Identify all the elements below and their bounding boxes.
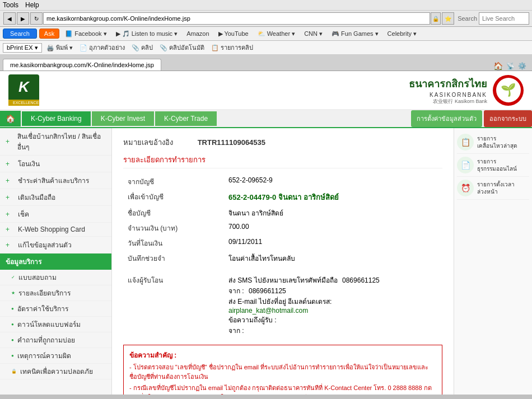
nav-kcyber-trade[interactable]: K-Cyber Trade (155, 111, 217, 126)
field-label-date: วันที่โอนเงิน (123, 236, 224, 251)
sidebar-item-service-detail[interactable]: ★ รายละเอียดบริการ (0, 285, 111, 301)
bookmark-button[interactable]: ⭐ (442, 12, 454, 25)
dot-icon-download: ● (11, 322, 14, 327)
sidebar-item-download[interactable]: ● ดาวน์โหลดแบบฟอร์ม (0, 317, 111, 332)
browser-search-input[interactable] (479, 12, 529, 25)
plus-icon-topup: + (6, 194, 15, 201)
ref-value: TRTR111109064535 (198, 138, 265, 147)
right-item-online-txn[interactable]: 📄 รายการ ธุรกรรมออนไลน์ (457, 154, 529, 177)
plus-icon-check: + (6, 210, 15, 218)
tools-menu[interactable]: Tools (3, 1, 18, 9)
nav-kcyber-invest[interactable]: K-Cyber Invest (92, 111, 154, 126)
bank-name-sub: 农业银行 Kasikorn Bank (409, 98, 487, 105)
weather-link[interactable]: ⛅ Weather ▾ (254, 29, 299, 39)
field-value-amount: 700.00 (224, 220, 442, 236)
facebook-link[interactable]: 📘 Facebook ▾ (62, 29, 110, 39)
sms-number: 0869661125 (342, 276, 380, 284)
bookmark-cliplist[interactable]: 📋 รายการคลิป (209, 42, 255, 53)
from-value: 0869661125 (249, 287, 286, 295)
go-button[interactable]: 🔒 (431, 12, 441, 25)
sms-label: ส่ง SMS ไปยังหมายเลขโทรศัพท์มือถือ (228, 276, 338, 284)
scheduled-icon: ⏰ (457, 180, 474, 196)
home-tab-icon[interactable]: 🏠 (493, 62, 503, 71)
transaction-section-title: รายละเอียดการทำรายการ (123, 154, 442, 168)
help-menu[interactable]: Help (25, 1, 39, 9)
celebrity-link[interactable]: Celebrity ▾ (384, 29, 420, 39)
amazon-link[interactable]: Amazon (183, 29, 212, 38)
address-input[interactable] (43, 12, 430, 25)
nav-kcyber-banking[interactable]: K-Cyber Banking (22, 111, 91, 126)
field-value-to: 652-2-04479-0 จินดนา อาริกษ์สิดย์ (224, 189, 442, 205)
search-button[interactable]: Search (3, 29, 37, 39)
bank-name-en: KASIKORNBANK (409, 92, 487, 98)
right-item-recent[interactable]: 📋 รายการ เคลื่อนไหวล่าสุด (457, 131, 529, 154)
bprint-label: bPrint EX ▾ (7, 44, 38, 51)
sidebar-item-faq[interactable]: ● คำถามที่ถูกถามบ่อย (0, 332, 111, 348)
sidebar-item-loans[interactable]: + สินเชื่อบ้านกสิกรไทย / สินเชื่ออื่นๆ (0, 128, 111, 156)
table-row: วันที่โอนเงิน 09/11/2011 (123, 236, 442, 251)
bookmark-print[interactable]: 🖨️ พิมพ์ ▾ (44, 42, 75, 53)
kasikorn-inner: 🌱 (496, 78, 521, 102)
ref-label: หมายเลขอ้างอิง (123, 138, 173, 147)
table-row: บันทึกช่วยจำ โอนค่าเสื้อไทรโทนคลับ (123, 251, 442, 266)
sidebar-item-kweb[interactable]: + K-Web Shopping Card (0, 223, 111, 237)
rss-icon[interactable]: 📡 (506, 62, 515, 70)
field-value-memo: โอนค่าเสื้อไทรโทนคลับ (224, 251, 442, 266)
notification-detail: ส่ง SMS ไปยังหมายเลขโทรศัพท์มือถือ 08696… (224, 273, 442, 338)
settings-tab-icon[interactable]: ⚙️ (518, 62, 526, 70)
browser-tab[interactable]: me.kasikornbankgroup.com/K-Online/indexH… (3, 59, 161, 71)
fun-games-link[interactable]: 🎮 Fun Games ▾ (328, 29, 382, 39)
sidebar-item-security[interactable]: 🔒 เทคนิคเพื่อความปลอดภัย (0, 364, 111, 379)
sidebar-item-transfer[interactable]: + โอนเงิน (0, 156, 111, 172)
back-button[interactable]: ◀ (3, 12, 16, 25)
sidebar-section-info: ข้อมูลบริการ (0, 254, 111, 270)
dot-icon-faq: ● (11, 337, 14, 342)
field-label-amount: จำนวนเงิน (บาท) (123, 220, 224, 236)
sidebar-item-payment[interactable]: + ชำระค่าสินค้าและบริการ (0, 172, 111, 189)
music-link[interactable]: ▶ 🎵 Listen to music ▾ (113, 29, 181, 39)
table-row: ชื่อบัญชี จินดนา อาริกษ์สิดย์ (123, 205, 442, 220)
sidebar-item-survey[interactable]: ✓ แบบสอบถาม (0, 270, 111, 285)
notification-row: แจ้งผู้รับโอน ส่ง SMS ไปยังหมายเลขโทรศัพ… (123, 273, 442, 338)
bookmark-draft[interactable]: 📄 อุภาคตัวอย่าง (77, 42, 127, 53)
cnn-link[interactable]: CNN ▾ (301, 29, 326, 39)
plus-icon-loans: + (6, 138, 14, 145)
nav-settings-button[interactable]: การตั้งค่าข้อมูลส่วนตัว (411, 110, 482, 127)
field-label-from: จากบัญชี (123, 174, 224, 189)
scheduled-label: รายการตั้งเวลา ล่วงหน้า (477, 181, 515, 195)
kasikorn-circle: 🌱 (493, 75, 524, 106)
field-label-to: เพื่อเข้าบัญชี (123, 189, 224, 205)
refresh-button[interactable]: ↻ (30, 12, 43, 25)
notification-label: แจ้งผู้รับโอน (123, 273, 224, 338)
excellence-badge: EXCELLENCE (8, 100, 39, 106)
lock-icon-security: 🔒 (11, 369, 17, 374)
sidebar-item-check[interactable]: + เช็ค (0, 206, 111, 223)
field-value-date: 09/11/2011 (224, 236, 442, 251)
recent-icon: 📋 (457, 134, 474, 151)
sidebar-item-topup[interactable]: + เติมเงินมือถือ (0, 189, 111, 206)
bookmark-autoclip[interactable]: 📎 คลิปอัตโนมัติ (157, 42, 207, 53)
plus-icon-payment: + (6, 177, 15, 185)
nav-logout-button[interactable]: ออกจากระบบ (484, 110, 532, 127)
plus-icon-edit: + (6, 241, 15, 249)
online-txn-label: รายการ ธุรกรรมออนไลน์ (477, 158, 517, 172)
leaf-icon: 🌱 (501, 83, 516, 97)
field-label-account-name: ชื่อบัญชี (123, 205, 224, 220)
bookmark-clip[interactable]: 📎 คลิป (129, 42, 155, 53)
message-from-label: จาก : (228, 325, 438, 336)
right-item-scheduled[interactable]: ⏰ รายการตั้งเวลา ล่วงหน้า (457, 177, 529, 200)
ask-button[interactable]: Ask (39, 29, 59, 39)
forward-button[interactable]: ▶ (17, 12, 29, 25)
check-icon-survey: ✓ (11, 275, 15, 280)
bank-logo-k: K (8, 74, 39, 100)
home-nav-button[interactable]: 🏠 (0, 111, 21, 126)
plus-icon-transfer: + (6, 160, 15, 168)
sidebar-item-edit-info[interactable]: + แก้ไขข้อมูลส่วนตัว (0, 237, 111, 254)
youtube-link[interactable]: ▶ YouTube (215, 29, 252, 39)
sidebar-item-incidents[interactable]: ● เหตุการณ์ความผิด (0, 348, 111, 364)
sidebar-item-rates[interactable]: ● อัตราค่าใช้บริการ (0, 301, 111, 317)
field-label-memo: บันทึกช่วยจำ (123, 251, 224, 266)
important-text-1: - โปรดตรวจสอบ "เลขที่บัญชี" ชื่อปรากฏใน … (129, 363, 436, 381)
recent-label: รายการ เคลื่อนไหวล่าสุด (477, 135, 517, 149)
bprint-button[interactable]: bPrint EX ▾ (3, 43, 42, 53)
